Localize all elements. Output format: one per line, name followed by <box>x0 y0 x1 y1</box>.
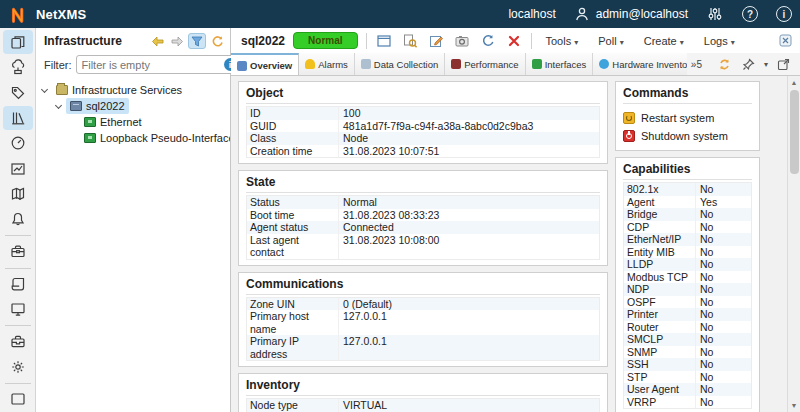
expand-chevron-icon[interactable] <box>41 85 48 92</box>
properties-window-icon[interactable] <box>375 32 393 50</box>
filter-toggle-icon[interactable] <box>188 33 206 49</box>
pin-view-icon[interactable] <box>740 55 758 73</box>
refresh-tabs-icon[interactable] <box>716 55 734 73</box>
preferences-sliders-icon[interactable] <box>706 5 724 23</box>
rail-business-services-icon[interactable] <box>3 239 33 263</box>
rail-settings-gear-icon[interactable] <box>3 354 33 378</box>
about-info-icon[interactable]: i <box>776 6 792 22</box>
tab[interactable]: Interfaces <box>526 53 594 75</box>
scrollbar-thumb[interactable] <box>790 90 799 174</box>
menu-poll[interactable]: Poll ▾ <box>592 33 629 49</box>
tab[interactable]: Overview <box>231 53 299 75</box>
inventory-table: Node type VIRTUAL Hypervisor type Hyper-… <box>246 398 600 412</box>
overview-right-column: Commands Restart system <box>615 81 760 412</box>
tree-item[interactable]: Loopback Pseudo-Interface 1 <box>36 130 230 146</box>
help-icon[interactable]: ? <box>742 6 758 22</box>
pin-menu-caret-icon[interactable]: ▾ <box>764 60 768 69</box>
commands-card: Commands Restart system <box>615 81 760 151</box>
tree-item-icon <box>84 117 96 127</box>
tab-overflow-indicator[interactable]: »5 <box>687 53 706 75</box>
row-value: No <box>696 233 751 246</box>
command-item[interactable]: Shutdown system <box>623 127 752 145</box>
rail-toolbox-icon[interactable] <box>3 329 33 353</box>
command-item[interactable]: Restart system <box>623 109 752 127</box>
inventory-card-title: Inventory <box>246 378 600 396</box>
delete-object-icon[interactable] <box>505 32 523 50</box>
row-value: No <box>696 396 751 409</box>
rail-infrastructure-icon[interactable] <box>3 30 33 54</box>
nav-back-icon[interactable] <box>148 33 166 49</box>
row-key: Status <box>247 196 339 209</box>
object-tree: Infrastructure Services sql2022 <box>36 80 230 412</box>
table-row: Status Normal <box>247 196 599 209</box>
tree-item-label: Loopback Pseudo-Interface 1 <box>100 132 230 144</box>
nav-forward-icon[interactable] <box>168 33 186 49</box>
top-bar: NetXMS localhost admin@localhost ? <box>0 0 800 28</box>
menu-create[interactable]: Create ▾ <box>638 33 690 49</box>
table-row: Zone UIN 0 (Default) <box>247 298 599 311</box>
tab-actions: ▾ <box>706 53 800 75</box>
menu-logs[interactable]: Logs ▾ <box>698 33 741 49</box>
table-row: STP No <box>624 371 751 384</box>
expand-chevron-icon[interactable] <box>55 101 62 108</box>
collapse-header-icon[interactable] <box>776 32 794 50</box>
tab[interactable]: Hardware Inventory <box>593 53 687 75</box>
filter-input[interactable] <box>82 59 224 71</box>
row-key: Agent status <box>247 221 339 234</box>
vertical-scrollbar[interactable]: ▲ ▼ <box>787 76 800 412</box>
row-key: User Agent <box>624 383 696 396</box>
server-name[interactable]: localhost <box>508 7 555 21</box>
row-key: Agent <box>624 196 696 209</box>
tab[interactable]: Data Collection <box>355 53 445 75</box>
row-value: No <box>696 321 751 334</box>
row-key: Printer <box>624 308 696 321</box>
row-value: Normal <box>339 196 599 209</box>
tab[interactable]: Alarms <box>299 53 355 75</box>
caret-down-icon: ▾ <box>731 38 735 47</box>
row-value: 127.0.0.1 <box>339 335 599 360</box>
menu-tools[interactable]: Tools ▾ <box>540 33 585 49</box>
row-value: No <box>696 208 751 221</box>
rail-monitor-icon[interactable] <box>3 297 33 321</box>
row-value: 0 (Default) <box>339 298 599 311</box>
rail-library-icon[interactable] <box>3 106 33 130</box>
rail-logs-scroll-icon[interactable] <box>3 272 33 296</box>
capabilities-card: Capabilities 802.1x No Agent <box>615 157 760 412</box>
refresh-icon[interactable] <box>208 33 226 49</box>
tab[interactable]: Performance <box>445 53 525 75</box>
row-value: No <box>696 221 751 234</box>
rail-extra-icon[interactable] <box>3 387 33 411</box>
rail-divider <box>5 325 31 326</box>
screenshot-icon[interactable] <box>453 32 471 50</box>
tree-item[interactable]: sql2022 <box>36 98 230 114</box>
caret-down-icon: ▾ <box>574 38 578 47</box>
rail-dashboard-gauge-icon[interactable] <box>3 131 33 155</box>
communications-card: Communications Zone UIN 0 (Default) Pri <box>238 272 608 368</box>
tree-item[interactable]: Infrastructure Services <box>36 82 230 98</box>
user-chip[interactable]: admin@localhost <box>574 6 688 22</box>
scroll-down-icon[interactable]: ▼ <box>788 399 800 412</box>
caret-down-icon: ▾ <box>680 38 684 47</box>
rail-network-icon[interactable] <box>3 55 33 79</box>
row-key: Node type <box>247 399 339 412</box>
object-card-title: Object <box>246 86 600 104</box>
selected-object-name: sql2022 <box>241 34 285 48</box>
rail-maps-icon[interactable] <box>3 182 33 206</box>
row-value: No <box>696 258 751 271</box>
scroll-up-icon[interactable]: ▲ <box>788 76 800 89</box>
state-card-title: State <box>246 175 600 193</box>
execute-script-icon[interactable] <box>479 32 497 50</box>
rail-graphs-icon[interactable] <box>3 156 33 180</box>
rail-tag-icon[interactable] <box>3 81 33 105</box>
find-object-icon[interactable] <box>401 32 419 50</box>
row-value: Yes <box>696 196 751 209</box>
table-row: Last agent contact 31.08.2023 10:08:00 <box>247 234 599 259</box>
edit-comments-icon[interactable] <box>427 32 445 50</box>
object-toolbar: sql2022 Normal <box>231 28 800 53</box>
netxms-logo-icon <box>8 3 30 25</box>
open-new-window-icon[interactable] <box>774 55 792 73</box>
state-table: Status Normal Boot time 31.08.2023 08:33… <box>246 195 600 260</box>
rail-alarms-bell-icon[interactable] <box>3 207 33 231</box>
row-value: 127.0.0.1 <box>339 310 599 335</box>
tree-item[interactable]: Ethernet <box>36 114 230 130</box>
